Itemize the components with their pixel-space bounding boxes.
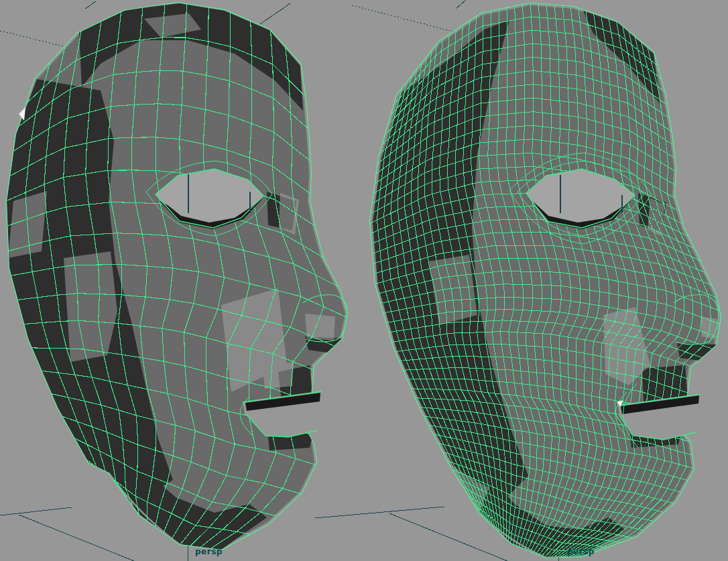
smoothed-face-mesh[interactable] bbox=[370, 3, 721, 558]
camera-label-left: persp bbox=[195, 548, 223, 556]
dithered-faces bbox=[305, 314, 335, 340]
camera-label-right: persp bbox=[567, 548, 595, 556]
lowpoly-face-mesh[interactable] bbox=[7, 3, 347, 550]
scene-svg bbox=[0, 0, 728, 561]
viewport-split: persp persp bbox=[0, 0, 728, 561]
